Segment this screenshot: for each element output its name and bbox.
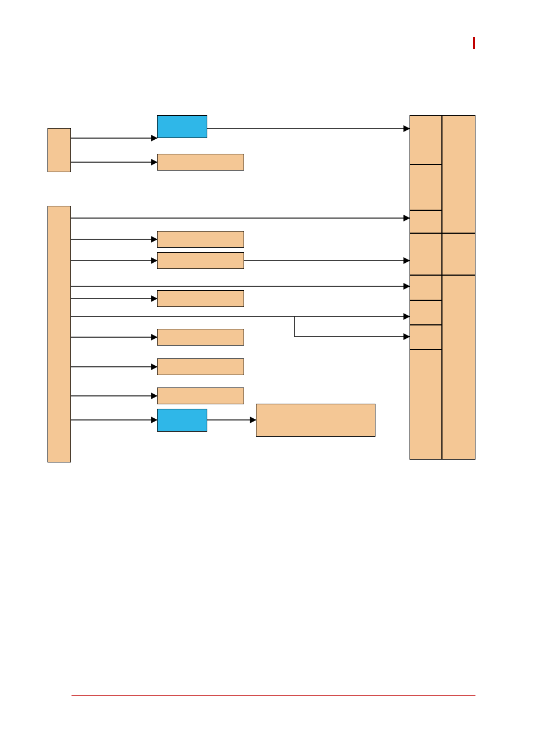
mid-box-1 xyxy=(157,231,244,248)
corner-mark xyxy=(473,37,475,49)
right-inner-cell-6 xyxy=(410,325,442,349)
right-outer-rest xyxy=(442,275,475,460)
process-cyan-bottom xyxy=(157,409,207,432)
right-inner-cell-2 xyxy=(410,164,442,210)
mid-box-6 xyxy=(157,388,244,404)
right-band-a xyxy=(410,233,475,275)
mid-box-top xyxy=(157,154,244,171)
source-left-small xyxy=(47,128,71,172)
source-left-tall xyxy=(47,206,71,462)
footer-rule xyxy=(72,695,475,696)
big-output-box xyxy=(256,404,375,437)
right-inner-cell-7 xyxy=(410,349,442,460)
mid-box-2 xyxy=(157,252,244,269)
right-outer-cell-1 xyxy=(442,115,475,233)
mid-box-5 xyxy=(157,358,244,375)
diagram-page xyxy=(0,0,533,756)
mid-box-3 xyxy=(157,290,244,307)
mid-box-4 xyxy=(157,329,244,346)
process-cyan-top xyxy=(157,115,207,138)
right-inner-cell-5 xyxy=(410,300,442,325)
right-inner-cell-4 xyxy=(410,275,442,300)
right-inner-cell-1 xyxy=(410,115,442,164)
right-inner-cell-3 xyxy=(410,210,442,233)
arrow-10 xyxy=(294,316,410,337)
